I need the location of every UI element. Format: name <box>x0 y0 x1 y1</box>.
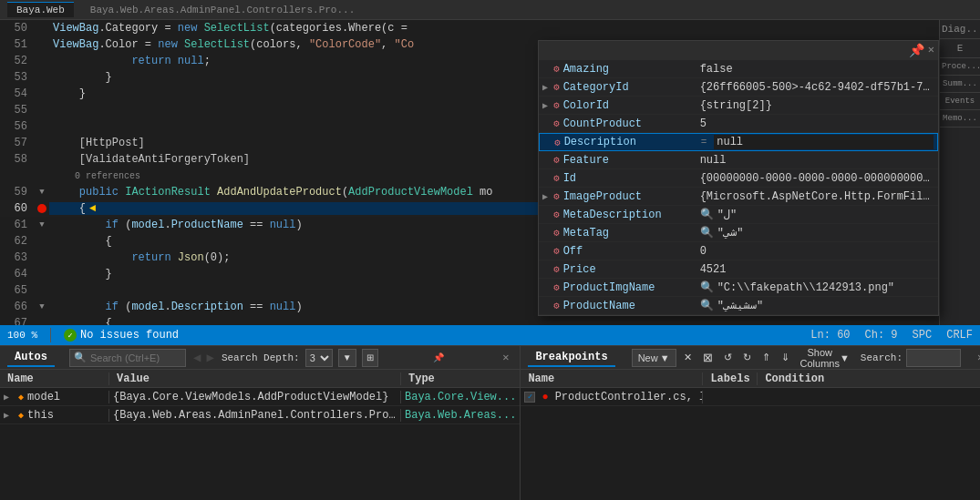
code-lines: 50 ViewBag.Category = new SelectList(cat… <box>0 20 538 325</box>
code-line-62: 62 { <box>0 233 538 250</box>
delete-breakpoint-button[interactable]: ✕ <box>680 349 696 367</box>
status-ln: Ln: 60 <box>810 329 850 342</box>
col-header-name: Name <box>0 372 109 385</box>
bp-rows: ✓ ● ProductController.cs, line 60 charac… <box>521 388 980 500</box>
disable-all-icon: ↻ <box>743 352 751 363</box>
code-line-52: 52 return null; <box>0 53 538 69</box>
bp-row-0: ✓ ● ProductController.cs, line 60 charac… <box>521 388 980 406</box>
autos-row-this: ▶ ◆ this {Baya.Web.Areas.AdminPanel.Cont… <box>0 406 520 424</box>
code-line-59: 59 ▼ public IActionResult AddAndUpdatePr… <box>0 184 538 200</box>
status-spc: SPC <box>913 329 933 342</box>
autos-search-box: 🔍 <box>69 349 186 367</box>
enable-all-icon: ↺ <box>724 352 732 363</box>
search-depth-select[interactable]: 31245 <box>305 349 333 367</box>
col-header-type: Type <box>401 372 520 385</box>
code-line-66: 66 ▼ if (model.Description == null) <box>0 299 538 315</box>
autos-row-model: ▶ ◆ model {Baya.Core.ViewModels.AddProdu… <box>0 388 520 406</box>
autos-search-input[interactable] <box>90 352 181 363</box>
tab-autos[interactable]: Autos <box>7 349 55 367</box>
debug-popup: 📌 ✕ ⚙ Amazing false ▶ ⚙ CategoryId {26ff… <box>538 40 939 316</box>
debug-row-id: ⚙ Id {00000000-0000-0000-0000-0000000000… <box>539 169 938 188</box>
code-line-ref: 0 references <box>0 168 538 184</box>
debug-row-metatag: ⚙ MetaTag 🔍 "شي" <box>539 224 938 242</box>
code-line-61: 61 ▼ if (model.ProductName == null) <box>0 217 538 233</box>
expand-icon-model[interactable]: ▶ <box>4 392 15 403</box>
right-panel-summ[interactable]: Summ... <box>940 76 980 93</box>
breakpoints-panel: Breakpoints New ▼ ✕ ⊠ ↺ <box>521 346 980 500</box>
right-panel: Diag... E Proce... Summ... Events Memo..… <box>939 20 980 325</box>
right-panel-events2[interactable]: Events <box>940 93 980 110</box>
code-line-58: 58 [ValidateAntiForgeryToken] <box>0 151 538 168</box>
export-breakpoints-button[interactable]: ⇑ <box>758 349 774 367</box>
status-crlf: CRLF <box>946 329 973 342</box>
nav-arrows: ◀ ▶ <box>191 350 216 365</box>
code-line-54: 54 } <box>0 86 538 102</box>
bp-search-label: Search: <box>861 352 903 363</box>
code-line-50: 50 ViewBag.Category = new SelectList(cat… <box>0 20 538 36</box>
toolbar-btn-1[interactable]: ▼ <box>338 349 356 367</box>
bp-column-headers: Name Labels Condition <box>521 370 980 388</box>
tab-controller[interactable]: Baya.Web.Areas.AdminPanel.Controllers.Pr… <box>81 3 364 17</box>
bp-active-dot: ● <box>542 391 548 403</box>
autos-panel-header: Autos 🔍 ◀ ▶ Search Depth: 31245 ▼ ⊞ 📌 ✕ <box>0 346 520 370</box>
status-bar: 100 % ✓ No issues found Ln: 60 Ch: 9 SPC… <box>0 325 980 345</box>
autos-controls: 🔍 ◀ ▶ Search Depth: 31245 ▼ ⊞ <box>69 349 378 367</box>
code-line-53: 53 } <box>0 69 538 86</box>
right-panel-memo[interactable]: Memo... <box>940 110 980 128</box>
right-panel-proc[interactable]: Proce... <box>940 58 980 76</box>
debug-row-metadescription: ⚙ MetaDescription 🔍 "ل" <box>539 206 938 224</box>
breakpoint-dot <box>37 204 46 213</box>
bottom-panels: Autos 🔍 ◀ ▶ Search Depth: 31245 ▼ ⊞ 📌 ✕ <box>0 345 980 500</box>
bp-search-input[interactable] <box>906 349 961 367</box>
debug-row-countproduct: ⚙ CountProduct 5 <box>539 115 938 133</box>
code-line-57: 57 [HttpPost] <box>0 135 538 151</box>
code-editor: 50 ViewBag.Category = new SelectList(cat… <box>0 20 538 325</box>
right-panel-events[interactable]: E <box>940 39 980 58</box>
show-columns-button[interactable]: Show Columns ▼ <box>797 349 853 367</box>
toolbar-btn-2[interactable]: ⊞ <box>362 349 378 367</box>
bp-panel-close-icon[interactable]: ✕ <box>974 351 980 364</box>
nav-next-icon[interactable]: ▶ <box>204 350 215 365</box>
disable-all-breakpoints-button[interactable]: ↻ <box>739 349 755 367</box>
debug-row-amazing: ⚙ Amazing false <box>539 60 938 78</box>
panel-pin-icon[interactable]: 📌 <box>433 352 444 363</box>
import-icon: ⇓ <box>781 352 789 363</box>
code-line-65: 65 <box>0 282 538 299</box>
debug-row-description: ⚙ Description = null <box>539 133 938 151</box>
bp-col-header-name: Name <box>521 372 703 385</box>
search-icon: 🔍 <box>74 352 87 363</box>
status-ch: Ch: 9 <box>865 329 898 342</box>
debug-row-feature: ⚙ Feature null <box>539 151 938 169</box>
popup-pin-icon[interactable]: 📌 <box>909 43 924 58</box>
delete-all-breakpoints-button[interactable]: ⊠ <box>699 349 717 367</box>
tab-breakpoints[interactable]: Breakpoints <box>528 349 614 367</box>
debug-row-categoryid: ▶ ⚙ CategoryId {26ff66005-500>-4c62-9402… <box>539 78 938 97</box>
bp-checkbox[interactable]: ✓ <box>524 392 535 403</box>
new-breakpoint-button[interactable]: New ▼ <box>632 349 676 367</box>
autos-panel: Autos 🔍 ◀ ▶ Search Depth: 31245 ▼ ⊞ 📌 ✕ <box>0 346 521 500</box>
debug-row-off: ⚙ Off 0 <box>539 242 938 260</box>
bp-col-header-condition: Condition <box>758 372 980 385</box>
debug-row-colorid: ▶ ⚙ ColorId {string[2]} <box>539 97 938 115</box>
status-separator-1 <box>50 328 51 342</box>
export-icon: ⇑ <box>762 352 770 363</box>
col-header-value: Value <box>109 372 401 385</box>
code-line-51: 51 ViewBag.Color = new SelectList(colors… <box>0 36 538 53</box>
expand-icon-this[interactable]: ▶ <box>4 410 15 421</box>
code-line-55: 55 <box>0 102 538 118</box>
debug-row-productname: ⚙ ProductName 🔍 "سشيشي" <box>539 297 938 315</box>
import-breakpoints-button[interactable]: ⇓ <box>778 349 793 367</box>
delete-all-icon: ⊠ <box>703 351 713 364</box>
debug-row-imageproduct: ▶ ⚙ ImageProduct {Microsoft.AspNetCore.H… <box>539 188 938 206</box>
code-line-67: 67 { <box>0 315 538 325</box>
right-panel-diag[interactable]: Diag... <box>940 20 980 39</box>
popup-close-icon[interactable]: ✕ <box>928 43 934 58</box>
enable-all-breakpoints-button[interactable]: ↺ <box>720 349 736 367</box>
bp-panel-header: Breakpoints New ▼ ✕ ⊠ ↺ <box>521 346 980 370</box>
title-bar: Baya.Web Baya.Web.Areas.AdminPanel.Contr… <box>0 0 980 20</box>
search-depth-label: Search Depth: <box>222 352 300 363</box>
panel-close-icon[interactable]: ✕ <box>499 351 512 364</box>
tab-baya-web[interactable]: Baya.Web <box>7 2 74 17</box>
autos-rows: ▶ ◆ model {Baya.Core.ViewModels.AddProdu… <box>0 388 520 500</box>
nav-prev-icon[interactable]: ◀ <box>191 350 202 365</box>
